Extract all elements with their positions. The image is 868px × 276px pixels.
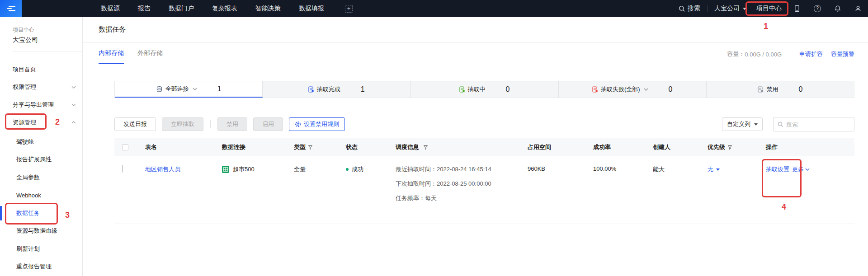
cell-creator: 能大 [653, 156, 708, 224]
sidebar-header: 项目中心 大宝公司 [0, 17, 82, 44]
table-name-link[interactable]: 地区销售人员 [145, 166, 180, 173]
sidebar-item-label: 刷新计划 [16, 245, 40, 253]
filter-tab-label: 全部连接 [165, 85, 189, 93]
storage-tabs-row: 内部存储 外部存储 容量： 0.00G / 0.00G 申请扩容 容量预警 [83, 42, 868, 66]
topbar-icons [793, 5, 862, 12]
sidebar-item-global-params[interactable]: 全局参数 [0, 168, 82, 187]
company-switcher[interactable]: 大宝公司 [714, 5, 746, 13]
sidebar-item-report-ext[interactable]: 报告扩展属性 [0, 151, 82, 169]
sidebar-item-label: 数据任务 [16, 209, 40, 217]
col-status: 状态 [346, 143, 396, 151]
col-table-name: 表名 [145, 143, 222, 151]
sidebar-item-share-export[interactable]: 分享与导出管理 [0, 96, 82, 113]
custom-columns-label: 自定义列 [727, 120, 750, 128]
sidebar-item-label: 分享与导出管理 [13, 101, 54, 109]
disable-button[interactable]: 禁用 [217, 117, 247, 131]
row-checkbox-cell [114, 156, 145, 224]
topbar-menu: 数据源 报告 数据门户 复杂报表 智能决策 数据填报 [101, 5, 324, 13]
table-search-input[interactable] [786, 121, 850, 128]
col-space-used: 占用空间 [528, 143, 593, 151]
schedule-last-time: 最近抽取时间：2022-08-24 16:45:14 [396, 162, 528, 177]
nav-data-entry[interactable]: 数据填报 [299, 5, 324, 13]
select-all-checkbox[interactable] [122, 144, 128, 150]
main-content: 数据任务 内部存储 外部存储 容量： 0.00G / 0.00G 申请扩容 容量… [83, 17, 868, 276]
cell-actions: 抽取设置 更多 [766, 156, 854, 224]
sidebar-item-project-home[interactable]: 项目首页 [0, 61, 82, 78]
task-complete-icon [308, 86, 314, 93]
mobile-app-button[interactable] [793, 5, 801, 12]
filter-tab-extract-complete[interactable]: 抽取完成 1 [263, 81, 410, 98]
status-filter-bar: 全部连接 1 抽取完成 1 [114, 81, 854, 98]
user-account-button[interactable] [854, 5, 862, 12]
help-icon[interactable] [814, 5, 821, 12]
filter-tab-count: 0 [669, 85, 673, 94]
chevron-down-icon [644, 88, 648, 91]
filter-funnel-icon[interactable] [308, 145, 313, 150]
more-actions-dropdown[interactable]: 更多 [792, 165, 810, 173]
sidebar-item-data-lineage[interactable]: 资源与数据血缘 [0, 222, 82, 240]
filter-tab-extract-failed[interactable]: 抽取失败(全部) 0 [559, 81, 707, 98]
search-icon [778, 122, 783, 127]
sidebar-item-label: 报告扩展属性 [16, 155, 52, 164]
excel-file-icon [222, 166, 229, 173]
project-center-button[interactable]: 项目中心 [755, 5, 783, 13]
caret-down-icon [716, 168, 720, 171]
task-running-icon [459, 86, 465, 93]
cell-data-connection: 超市500 [222, 156, 294, 224]
disable-rules-button[interactable]: 设置禁用规则 [289, 117, 345, 131]
tab-external-storage[interactable]: 外部存储 [137, 42, 163, 64]
table-toolbar: 发送日报 立即抽取 禁用 启用 设置禁用规则 自定义列 [114, 117, 854, 131]
sidebar-project-name: 大宝公司 [13, 36, 82, 44]
chevron-down-icon [71, 86, 76, 89]
status-text: 成功 [352, 165, 363, 173]
send-daily-report-button[interactable]: 发送日报 [114, 117, 156, 131]
custom-columns-button[interactable]: 自定义列 [722, 117, 763, 131]
nav-complex-report[interactable]: 复杂报表 [212, 5, 237, 13]
topbar: 数据源 报告 数据门户 复杂报表 智能决策 数据填报 搜索 大宝公司 项目中心 [0, 0, 868, 17]
sidebar: 项目中心 大宝公司 项目首页 权限管理 分享与导出管理 资源管理 驾驶舱 [0, 17, 83, 276]
filter-tab-label-group: 全部连接 [156, 85, 197, 93]
hamburger-logo-icon [7, 5, 15, 12]
enable-button[interactable]: 启用 [253, 117, 283, 131]
nav-data-portal[interactable]: 数据门户 [169, 5, 194, 13]
person-icon [854, 5, 862, 12]
cell-priority: 无 [708, 156, 766, 224]
chevron-down-icon [71, 103, 76, 106]
table-search-box [773, 117, 854, 131]
topbar-divider [92, 5, 92, 12]
page-title: 数据任务 [99, 25, 126, 34]
notification-bell-button[interactable] [834, 5, 841, 12]
filter-funnel-icon[interactable] [727, 145, 732, 150]
extract-now-button[interactable]: 立即抽取 [162, 117, 203, 131]
filter-tab-disabled[interactable]: 禁用 0 [707, 81, 854, 98]
priority-dropdown[interactable]: 无 [708, 165, 766, 173]
capacity-value: 0.00G / 0.00G [745, 51, 782, 58]
nav-smart-decision[interactable]: 智能决策 [255, 5, 281, 13]
sidebar-item-data-task[interactable]: 数据任务 [0, 204, 82, 222]
tab-internal-storage[interactable]: 内部存储 [99, 42, 124, 64]
cell-schedule-info: 最近抽取时间：2022-08-24 16:45:14 下次抽取时间：2022-0… [396, 156, 528, 224]
filter-tab-label: 禁用 [766, 85, 778, 94]
capacity-warning-link[interactable]: 容量预警 [831, 50, 854, 58]
row-checkbox[interactable] [122, 165, 123, 173]
sidebar-item-resource-mgmt[interactable]: 资源管理 [0, 113, 82, 131]
sidebar-item-key-report[interactable]: 重点报告管理 [0, 258, 82, 276]
sidebar-item-refresh-plan[interactable]: 刷新计划 [0, 240, 82, 258]
sidebar-divider [13, 51, 82, 52]
nav-datasource[interactable]: 数据源 [101, 5, 120, 13]
app-logo[interactable] [0, 0, 22, 17]
extract-settings-link[interactable]: 抽取设置 [766, 165, 789, 173]
add-module-button[interactable] [345, 5, 353, 13]
filter-tab-all-connections[interactable]: 全部连接 1 [115, 81, 263, 98]
mobile-icon [793, 5, 801, 12]
sidebar-item-dashboard[interactable]: 驾驶舱 [0, 133, 82, 151]
filter-funnel-icon[interactable] [423, 145, 428, 150]
sidebar-item-webhook[interactable]: Webhook [0, 187, 82, 205]
col-priority: 优先级 [708, 143, 766, 151]
apply-expand-link[interactable]: 申请扩容 [799, 50, 823, 58]
global-search-button[interactable]: 搜索 [679, 5, 700, 13]
filter-tab-extracting[interactable]: 抽取中 0 [410, 81, 558, 98]
sidebar-item-permission[interactable]: 权限管理 [0, 78, 82, 96]
nav-report[interactable]: 报告 [138, 5, 151, 13]
chevron-down-icon [805, 168, 810, 171]
